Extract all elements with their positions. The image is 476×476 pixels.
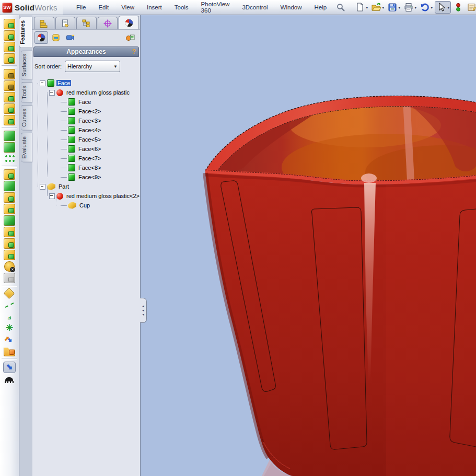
tree-item-face-6-[interactable]: Face<6> bbox=[37, 144, 140, 154]
move-face-icon[interactable] bbox=[4, 250, 15, 260]
search-icon[interactable] bbox=[336, 3, 345, 12]
tree-item-label[interactable]: Face<6> bbox=[77, 146, 102, 152]
flex-icon[interactable] bbox=[4, 273, 15, 283]
manager-tab-configuration-manager[interactable] bbox=[76, 17, 97, 29]
manager-tab-property-manager[interactable] bbox=[55, 17, 76, 29]
scene-lights-cameras-button[interactable]: ★ bbox=[64, 32, 76, 43]
tree-item-label[interactable]: Face bbox=[77, 99, 92, 105]
linear-pattern-icon[interactable] bbox=[4, 154, 15, 164]
open-button[interactable]: ▾ bbox=[370, 2, 385, 13]
dropdown-arrow-icon[interactable]: ▾ bbox=[382, 5, 384, 10]
manager-tab-dimxpert-manager[interactable] bbox=[98, 17, 118, 29]
draft-icon[interactable] bbox=[4, 181, 15, 191]
decals-button[interactable] bbox=[50, 32, 62, 43]
tab-features[interactable]: Features bbox=[19, 17, 32, 48]
dropdown-arrow-icon[interactable]: ▾ bbox=[414, 5, 416, 10]
tree-item-label[interactable]: Cup bbox=[78, 202, 91, 208]
tab-curves[interactable]: Curves bbox=[21, 105, 32, 131]
tab-evaluate[interactable]: Evaluate bbox=[21, 133, 32, 162]
tree-expand-box[interactable] bbox=[40, 184, 45, 190]
manager-tab-feature-manager[interactable] bbox=[34, 17, 54, 29]
properties-button[interactable] bbox=[466, 2, 476, 13]
panel-collapse-handle[interactable]: ◄ ◄ ◄ bbox=[140, 298, 147, 323]
menu-3dcontrol[interactable]: 3Dcontrol bbox=[236, 0, 274, 15]
chamfer-icon[interactable] bbox=[4, 142, 15, 153]
tree-item-face-5-[interactable]: Face<5> bbox=[37, 135, 140, 144]
appearances-wheel-button[interactable] bbox=[34, 31, 48, 44]
dropdown-arrow-icon[interactable]: ▾ bbox=[398, 5, 400, 10]
wrap-icon[interactable] bbox=[4, 204, 15, 214]
new-document-button[interactable]: ▾ bbox=[354, 2, 369, 13]
dome-icon[interactable] bbox=[4, 215, 15, 226]
delete-face-icon[interactable] bbox=[4, 261, 15, 272]
tree-item-label[interactable]: red medium gloss plastic<2> bbox=[65, 193, 140, 199]
tree-item-label[interactable]: Face<3> bbox=[77, 118, 102, 124]
dropdown-arrow-icon[interactable]: ▾ bbox=[366, 5, 368, 10]
undo-button[interactable]: ▾ bbox=[419, 2, 434, 13]
tree-item-label[interactable]: Face<5> bbox=[77, 136, 102, 143]
tree-item-face-8-[interactable]: Face<8> bbox=[37, 163, 140, 172]
help-button[interactable]: ? bbox=[132, 48, 136, 55]
swept-cut-icon[interactable] bbox=[4, 103, 15, 114]
revolved-cut-icon[interactable] bbox=[4, 92, 15, 102]
fillet-icon[interactable] bbox=[4, 131, 15, 141]
model-cup[interactable] bbox=[141, 15, 476, 476]
tree-expand-box[interactable] bbox=[49, 90, 55, 96]
tree-item-label[interactable]: Face<7> bbox=[77, 155, 102, 161]
curves-icon[interactable] bbox=[4, 300, 15, 310]
rib-icon[interactable] bbox=[4, 169, 15, 180]
hole-wizard-icon[interactable] bbox=[4, 80, 15, 91]
render-options-button[interactable] bbox=[124, 32, 136, 43]
point-icon[interactable]: ✳ bbox=[4, 323, 15, 333]
move-copy-icon[interactable]: ⬊ bbox=[4, 334, 15, 345]
revolved-boss-icon[interactable] bbox=[4, 30, 15, 41]
print-button[interactable]: ▾ bbox=[402, 2, 417, 13]
tree-item-face-9-[interactable]: Face<9> bbox=[37, 172, 140, 182]
reference-geometry-icon[interactable] bbox=[4, 288, 15, 299]
menu-insert[interactable]: Insert bbox=[141, 0, 168, 15]
tree-item-label[interactable]: Face<9> bbox=[77, 174, 102, 180]
menu-tools[interactable]: Tools bbox=[168, 0, 195, 15]
extruded-boss-icon[interactable] bbox=[4, 19, 15, 29]
manager-tab-display-manager[interactable] bbox=[119, 16, 139, 29]
mirror-icon[interactable] bbox=[4, 227, 15, 237]
instant3d-icon[interactable]: ⬊ bbox=[3, 362, 16, 373]
graphics-viewport[interactable] bbox=[141, 15, 476, 476]
tree-item-face[interactable]: Face bbox=[37, 97, 140, 107]
dropdown-arrow-icon[interactable]: ▾ bbox=[431, 5, 433, 10]
tree-item-cup[interactable]: Cup bbox=[37, 201, 140, 210]
select-cursor-button[interactable]: ▾ bbox=[435, 1, 451, 14]
tree-item-label[interactable]: Face<4> bbox=[77, 127, 102, 133]
traffic-light-button[interactable] bbox=[452, 2, 465, 13]
tab-surfaces[interactable]: Surfaces bbox=[21, 50, 32, 80]
curve-pattern-icon[interactable] bbox=[4, 238, 15, 249]
tree-expand-box[interactable] bbox=[40, 80, 45, 86]
swept-boss-icon[interactable] bbox=[4, 42, 15, 52]
tab-tools[interactable]: Tools bbox=[21, 82, 32, 103]
tree-item-label[interactable]: Face<2> bbox=[77, 108, 102, 114]
imported-folder-icon[interactable] bbox=[4, 346, 15, 356]
menu-view[interactable]: View bbox=[115, 0, 141, 15]
coordinate-system-icon[interactable]: ⟓ bbox=[4, 311, 15, 322]
menu-help[interactable]: Help bbox=[308, 0, 333, 15]
tree-item-face[interactable]: Face bbox=[37, 78, 140, 88]
tree-item-face-4-[interactable]: Face<4> bbox=[37, 125, 140, 135]
tree-item-label[interactable]: Part bbox=[57, 183, 70, 190]
save-button[interactable]: ▾ bbox=[386, 2, 401, 13]
tree-item-label[interactable]: Face<8> bbox=[77, 165, 102, 171]
tree-item-red-medium-gloss-plastic[interactable]: red medium gloss plastic bbox=[37, 88, 140, 97]
tree-item-part[interactable]: Part bbox=[37, 182, 140, 191]
lofted-boss-icon[interactable] bbox=[4, 53, 15, 64]
tree-item-label[interactable]: red medium gloss plastic bbox=[65, 89, 131, 96]
menu-window[interactable]: Window bbox=[274, 0, 308, 15]
cup-body[interactable] bbox=[205, 173, 476, 476]
tree-expand-box[interactable] bbox=[49, 193, 55, 199]
menu-edit[interactable]: Edit bbox=[92, 0, 115, 15]
freeze-bar-icon[interactable] bbox=[4, 374, 15, 385]
shell-icon[interactable] bbox=[4, 192, 15, 203]
dropdown-arrow-icon[interactable]: ▾ bbox=[447, 5, 449, 10]
tree-item-face-2-[interactable]: Face<2> bbox=[37, 107, 140, 116]
extruded-cut-icon[interactable] bbox=[4, 69, 15, 79]
menu-file[interactable]: File bbox=[70, 0, 92, 15]
tree-item-red-medium-gloss-plastic-2-[interactable]: red medium gloss plastic<2> bbox=[37, 191, 140, 201]
